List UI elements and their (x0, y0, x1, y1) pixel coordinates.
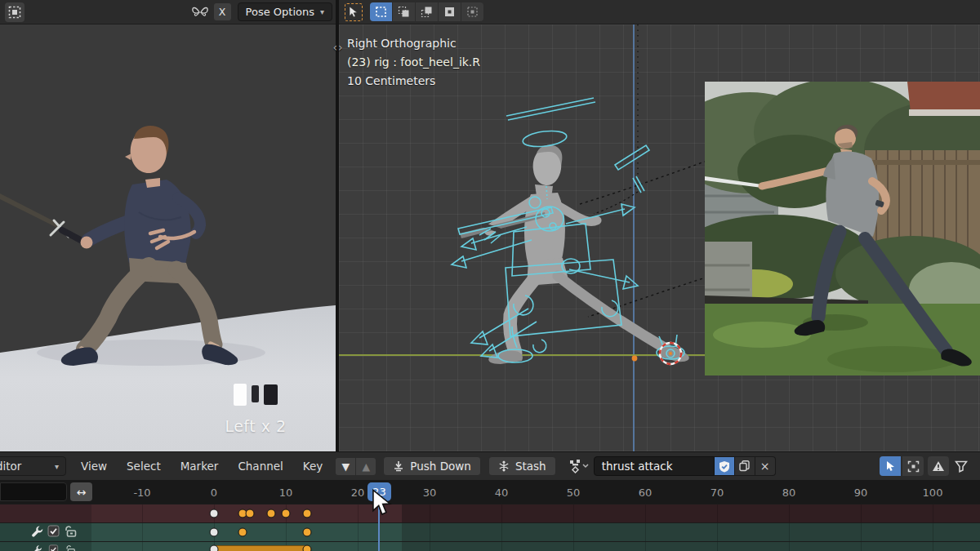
menu-channel[interactable]: Channel (228, 452, 292, 480)
dope-sheet-header: ditor ▾ ViewSelectMarkerChannelKey ▼ ▲ P… (0, 451, 980, 480)
grid-line (501, 542, 502, 551)
expand-horizontal-icon[interactable]: ↔ (70, 482, 92, 501)
ruler-tick: 70 (710, 486, 724, 498)
held-keyframe-bar[interactable] (214, 545, 307, 551)
push-down-button[interactable]: Push Down (383, 456, 481, 476)
reference-video-image (705, 82, 980, 375)
unlock-icon[interactable] (64, 525, 78, 537)
menu-select[interactable]: Select (117, 452, 171, 480)
mirror-x-toggle[interactable]: X (214, 3, 231, 20)
only-selected-toggle[interactable] (880, 456, 901, 476)
left-3d-viewport[interactable]: Left x 2 (0, 24, 336, 451)
keyframe[interactable] (210, 545, 219, 551)
grid-line (358, 504, 359, 522)
grid-line (789, 542, 790, 551)
select-mode-intersect[interactable] (461, 2, 483, 21)
move-up-button[interactable]: ▲ (356, 458, 376, 475)
ruler-tick: 10 (279, 486, 293, 498)
move-down-button[interactable]: ▼ (336, 458, 355, 475)
menu-key[interactable]: Key (293, 452, 332, 480)
active-bone-text: (23) rig : foot_heel_ik.R (347, 53, 480, 72)
filter-button[interactable] (951, 456, 972, 476)
fcurve-channel-row[interactable] (0, 522, 980, 541)
modifier-wrench-icon (31, 525, 43, 537)
select-mode-set[interactable] (370, 2, 392, 21)
select-box-icon (8, 6, 21, 19)
select-mode-subtract[interactable] (416, 2, 438, 21)
fake-user-toggle[interactable] (715, 456, 735, 476)
right-mouse-button-icon (264, 384, 278, 405)
keyframe[interactable] (210, 528, 219, 537)
grid-line (933, 504, 933, 522)
ruler-tick: 20 (351, 486, 365, 498)
grid-line (142, 523, 143, 541)
grid-line (861, 542, 862, 551)
keyframe-selected[interactable] (303, 528, 312, 537)
keyframe-selected[interactable] (267, 509, 276, 518)
grid-line (573, 542, 574, 551)
checkbox-checked-icon[interactable] (47, 544, 60, 551)
menu-bar: ViewSelectMarkerChannelKey (71, 452, 332, 480)
blender-window: X Pose Options ▾ (0, 0, 980, 551)
unlock-icon[interactable] (64, 544, 78, 551)
show-errors-toggle[interactable] (928, 456, 949, 476)
select-mode-extend[interactable] (393, 2, 415, 21)
summary-channel-row[interactable] (0, 504, 980, 522)
shield-check-icon (719, 460, 730, 473)
menu-view[interactable]: View (71, 452, 117, 480)
duplicate-icon (739, 460, 750, 472)
active-tool-icon-button[interactable] (5, 2, 24, 22)
filter-icons-group (880, 456, 972, 476)
new-action-copy-button[interactable] (735, 456, 755, 476)
select-mode-invert[interactable] (439, 2, 461, 21)
ruler-tick: 80 (782, 486, 796, 498)
grid-line (645, 523, 646, 541)
show-hidden-toggle[interactable] (902, 456, 924, 476)
ruler-tick: 40 (495, 486, 509, 498)
grid-line (717, 542, 718, 551)
keyframe-selected[interactable] (303, 545, 312, 551)
grid-line (789, 504, 790, 522)
keyframe-selected[interactable] (246, 509, 255, 518)
channel-move-buttons: ▼ ▲ (336, 458, 376, 475)
grid-line (717, 523, 718, 541)
keyframe-selected[interactable] (303, 509, 312, 518)
right-tool-settings-bar (339, 0, 980, 24)
pose-options-dropdown[interactable]: Pose Options ▾ (238, 2, 332, 21)
dope-sheet-rows (0, 504, 980, 551)
keyframe[interactable] (210, 509, 219, 518)
checkbox-checked-icon[interactable] (47, 525, 60, 537)
grid-line (573, 504, 574, 522)
middle-mouse-button-icon (252, 385, 259, 402)
editor-type-dropdown[interactable]: ditor ▾ (0, 456, 66, 476)
tweak-tool-button[interactable] (344, 2, 363, 22)
view-name-text: Right Orthographic (347, 34, 480, 53)
push-down-icon (393, 460, 404, 472)
grid-line (142, 504, 143, 522)
filter-funnel-icon (955, 460, 968, 473)
area-collapse-arrows-icon[interactable]: ‹› (327, 39, 349, 56)
unlink-action-button[interactable]: × (755, 456, 776, 476)
fcurve-channel-row[interactable] (0, 541, 980, 551)
timeline-ruler[interactable]: -100102030405060708090100 (0, 480, 980, 504)
keyframe-selected[interactable] (282, 509, 291, 518)
menu-marker[interactable]: Marker (171, 452, 229, 480)
viewport-info-overlay: Right Orthographic (23) rig : foot_heel_… (347, 34, 480, 91)
left-tool-settings-bar: X Pose Options ▾ (0, 0, 337, 24)
action-datablock-icon[interactable] (568, 459, 589, 473)
left-mouse-button-icon (234, 384, 247, 406)
ruler-tick: -10 (133, 486, 150, 498)
keyframe-selected[interactable] (238, 528, 247, 537)
grid-line (430, 523, 430, 541)
grid-line (286, 523, 287, 541)
grid-line (789, 523, 790, 541)
grid-line (573, 523, 574, 541)
action-name-field[interactable]: thrust attack (594, 456, 715, 476)
channel-search-box[interactable] (0, 482, 67, 501)
stash-button[interactable]: Stash (488, 456, 556, 476)
ruler-tick: 50 (567, 486, 581, 498)
cursor-arrow-icon (348, 6, 359, 18)
mouse-cursor (372, 489, 393, 517)
grid-line (142, 542, 143, 551)
ruler-tick: 100 (923, 486, 943, 498)
